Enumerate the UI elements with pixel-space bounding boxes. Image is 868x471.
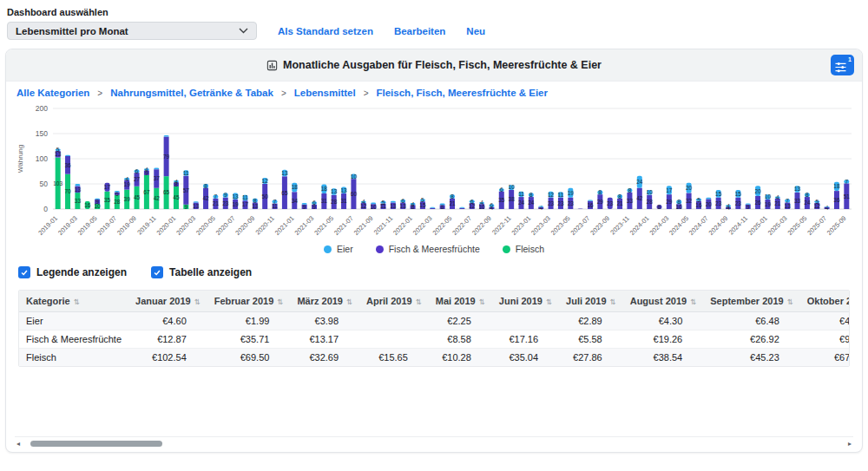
svg-text:33: 33 (794, 198, 801, 204)
cell-value: €8.58 (429, 330, 492, 349)
sort-icon[interactable]: ⇅ (194, 298, 201, 306)
column-header[interactable]: August 2019⇅ (623, 291, 704, 312)
cell-value: €4.08 (800, 312, 850, 330)
svg-text:2020-05: 2020-05 (194, 214, 217, 237)
data-table-viewport: Kategorie⇅Januar 2019⇅Februar 2019⇅März … (18, 290, 850, 367)
cell-value: €5.58 (559, 330, 623, 349)
breadcrumb-item[interactable]: Alle Kategorien (16, 88, 89, 98)
cell-value: €10.28 (429, 349, 492, 367)
sort-icon[interactable]: ⇅ (690, 298, 696, 306)
svg-text:45: 45 (134, 194, 141, 200)
sort-icon[interactable]: ⇅ (610, 298, 616, 306)
legend-item[interactable]: Eier (324, 244, 353, 254)
cell-value: €2.25 (429, 312, 492, 330)
column-header-label: März 2019 (297, 296, 343, 306)
svg-text:18: 18 (321, 186, 328, 192)
checkbox-checked-icon (151, 266, 163, 278)
scroll-left-icon[interactable]: ◂ (16, 441, 20, 448)
svg-text:20: 20 (754, 188, 761, 194)
column-header[interactable]: Juni 2019⇅ (492, 291, 559, 312)
svg-text:39: 39 (124, 196, 131, 202)
breadcrumb-item[interactable]: Nahrungsmittel, Getränke & Tabak (110, 88, 273, 98)
svg-text:4: 4 (125, 176, 128, 182)
filter-button[interactable]: 1 (831, 55, 854, 75)
table-row: Fisch & Meeresfrüchte€12.87€35.71€13.17€… (19, 330, 850, 349)
data-table: Kategorie⇅Januar 2019⇅Februar 2019⇅März … (19, 291, 850, 366)
svg-text:2025-01: 2025-01 (746, 214, 769, 237)
svg-text:32: 32 (686, 198, 693, 204)
sort-icon[interactable]: ⇅ (416, 298, 422, 306)
svg-text:23: 23 (557, 200, 564, 206)
table-toggle[interactable]: Tabelle anzeigen (151, 266, 252, 278)
column-header[interactable]: September 2019⇅ (703, 291, 800, 312)
column-header[interactable]: Februar 2019⇅ (207, 291, 291, 312)
svg-text:0: 0 (43, 205, 48, 213)
svg-text:7: 7 (786, 198, 789, 204)
sort-icon[interactable]: ⇅ (546, 298, 552, 306)
scrollbar-thumb[interactable] (30, 441, 162, 447)
column-header[interactable]: April 2019⇅ (359, 291, 429, 312)
svg-text:24: 24 (528, 200, 535, 206)
column-header-label: April 2019 (366, 296, 412, 306)
svg-text:6: 6 (135, 168, 139, 174)
cell-value: €9.26 (800, 330, 850, 349)
svg-text:2022-05: 2022-05 (431, 214, 454, 237)
new-button[interactable]: Neu (466, 26, 485, 36)
svg-text:2021-03: 2021-03 (293, 214, 316, 237)
sort-icon[interactable]: ⇅ (479, 298, 485, 306)
svg-text:21: 21 (213, 200, 220, 206)
edit-button[interactable]: Bearbeiten (394, 26, 445, 36)
svg-text:23: 23 (568, 200, 575, 206)
svg-text:60: 60 (351, 191, 358, 197)
set-default-button[interactable]: Als Standard setzen (278, 26, 373, 36)
scrollbar-track[interactable] (23, 440, 845, 448)
svg-text:23: 23 (735, 200, 742, 206)
column-header[interactable]: Juli 2019⇅ (559, 291, 623, 312)
breadcrumb-item[interactable]: Lebensmittel (294, 88, 356, 98)
column-header[interactable]: Mai 2019⇅ (429, 291, 492, 312)
svg-text:11: 11 (242, 194, 248, 200)
svg-text:12: 12 (262, 178, 269, 184)
chevron-down-icon (239, 28, 248, 34)
svg-text:33: 33 (75, 198, 82, 204)
dashboard-select-value: Lebensmittel pro Monat (16, 26, 128, 36)
sort-icon[interactable]: ⇅ (277, 298, 283, 306)
sort-icon[interactable]: ⇅ (74, 298, 80, 306)
column-header-label: Juli 2019 (566, 296, 606, 306)
legend-label: Eier (337, 244, 353, 254)
column-header[interactable]: März 2019⇅ (290, 291, 359, 312)
svg-text:4: 4 (411, 201, 415, 207)
column-header[interactable]: Oktober 2019⇅ (800, 291, 850, 312)
column-header-label: Januar 2019 (135, 296, 191, 306)
svg-text:13: 13 (233, 193, 240, 200)
legend-dot-icon (503, 245, 510, 253)
cell-value: €2.89 (559, 312, 623, 330)
svg-text:2022-11: 2022-11 (490, 214, 512, 236)
sort-icon[interactable]: ⇅ (346, 298, 352, 306)
svg-text:20: 20 (706, 201, 713, 207)
horizontal-scrollbar[interactable]: ◂ ▸ (15, 436, 853, 452)
dashboard-select[interactable]: Lebensmittel pro Monat (7, 22, 257, 40)
scroll-right-icon[interactable]: ▸ (848, 441, 852, 448)
svg-text:11: 11 (558, 192, 564, 198)
filter-count-badge: 1 (848, 56, 852, 62)
svg-text:2024-05: 2024-05 (667, 214, 690, 237)
sort-icon[interactable]: ⇅ (787, 298, 793, 306)
column-header-label: Mai 2019 (436, 296, 476, 306)
svg-text:100: 100 (36, 154, 48, 163)
column-header[interactable]: Kategorie⇅ (19, 291, 128, 312)
stacked-bar-chart[interactable]: 050100150200Währung1031352019-0170363313… (6, 103, 862, 240)
svg-text:4: 4 (727, 203, 730, 209)
legend-item[interactable]: Fleisch (503, 244, 544, 254)
svg-text:16: 16 (84, 202, 91, 208)
cell-value: €32.69 (290, 349, 359, 367)
breadcrumb: Alle Kategorien>Nahrungsmittel, Getränke… (6, 82, 862, 103)
column-header[interactable]: Januar 2019⇅ (128, 291, 207, 312)
svg-text:26: 26 (754, 200, 761, 206)
cell-value (492, 312, 559, 330)
legend-item[interactable]: Fisch & Meeresfrüchte (376, 244, 480, 254)
legend-toggle[interactable]: Legende anzeigen (18, 266, 127, 278)
breadcrumb-item[interactable]: Fleisch, Fisch, Meeresfrüchte & Eier (377, 88, 549, 98)
svg-text:13: 13 (331, 188, 338, 194)
svg-text:42: 42 (636, 195, 643, 201)
